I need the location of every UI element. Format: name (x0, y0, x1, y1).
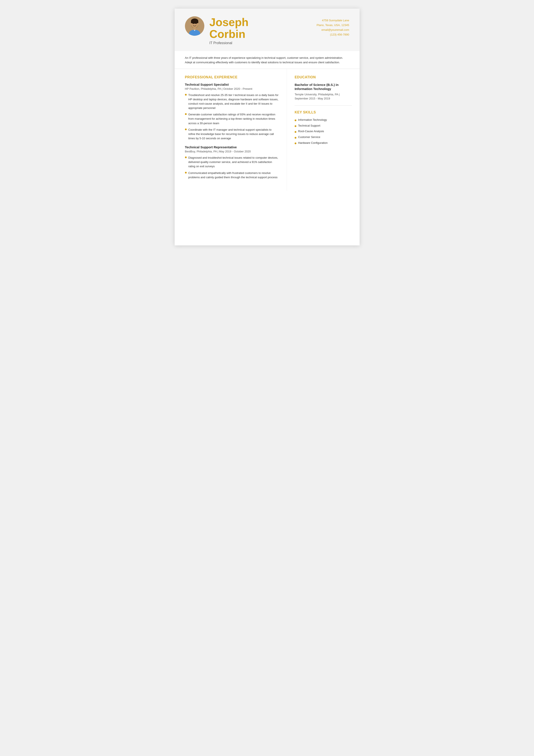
summary-section: An IT professional with three years of e… (175, 51, 360, 69)
job2-title: Technical Support Representative (185, 145, 279, 149)
resume-document: Joseph Corbin IT Professional 4759 Sunny… (175, 9, 360, 245)
job1-bullet2: Generate customer satisfaction ratings o… (185, 112, 279, 125)
bullet-dot (294, 120, 296, 121)
job2-bullets: Diagnosed and troubleshot technical issu… (185, 156, 279, 179)
job1-meta: HP Pavilion, Philadelphia, PA | October … (185, 87, 279, 91)
skill-hc: Hardware Configuration (298, 141, 328, 145)
experience-section-title: PROFESSIONAL EXPERIENCE (185, 75, 279, 79)
right-column: EDUCATION Bachelor of Science (B.S.) in … (287, 69, 360, 191)
address-line1: 4759 Sunnydale Lane (317, 18, 349, 23)
skill-item: Customer Service (294, 135, 352, 140)
contact-info: 4759 Sunnydale Lane Plano, Texas, USA, 1… (317, 16, 349, 37)
skill-it: Information Technology (298, 118, 327, 122)
degree-title: Bachelor of Science (B.S.) in Informatio… (294, 83, 352, 91)
email: email@youremail.com (317, 28, 349, 32)
bullet-dot (185, 94, 187, 95)
skill-item: Hardware Configuration (294, 141, 352, 145)
body-section: PROFESSIONAL EXPERIENCE Technical Suppor… (175, 69, 360, 191)
education-section-title: EDUCATION (294, 75, 352, 79)
job1-bullet3: Coordinate with the IT manager and techn… (185, 128, 279, 141)
header-left: Joseph Corbin IT Professional (185, 16, 249, 45)
skills-list: Information Technology Technical Support… (294, 118, 352, 145)
job2-meta: BestBuy, Philadelphia, PA | May 2019 - O… (185, 150, 279, 153)
phone: (123) 456-7890 (317, 32, 349, 37)
skill-ts: Technical Support (298, 123, 320, 128)
candidate-name: Joseph Corbin (210, 16, 249, 40)
job-title: IT Professional (210, 41, 249, 45)
job2-bullet2: Communicated empathetically with frustra… (185, 171, 279, 179)
header-section: Joseph Corbin IT Professional 4759 Sunny… (175, 9, 360, 51)
bullet-dot (185, 113, 187, 115)
left-column: PROFESSIONAL EXPERIENCE Technical Suppor… (175, 69, 287, 191)
bullet-dot (294, 125, 296, 127)
job1-title: Technical Support Specialist (185, 83, 279, 86)
avatar (185, 16, 204, 36)
name-title-block: Joseph Corbin IT Professional (210, 16, 249, 45)
job2-bullet1: Diagnosed and troubleshot technical issu… (185, 156, 279, 169)
job1-bullet1: Troubleshoot and resolve 25-35 tier I te… (185, 93, 279, 110)
summary-text: An IT professional with three years of e… (185, 56, 343, 64)
svg-rect-4 (191, 21, 198, 23)
svg-point-11 (197, 23, 199, 25)
bullet-dot (294, 143, 296, 144)
institution-dates: Temple University, Philadelphia, PA |Sep… (294, 92, 352, 101)
bullet-dot (185, 156, 187, 158)
bullet-dot (294, 137, 296, 139)
bullet-dot (185, 128, 187, 130)
svg-point-8 (192, 23, 193, 24)
skill-cs: Customer Service (298, 135, 320, 140)
bullet-dot (185, 172, 187, 174)
divider (294, 105, 352, 106)
svg-point-10 (191, 23, 192, 25)
skill-item: Information Technology (294, 118, 352, 122)
last-name: Corbin (210, 28, 245, 40)
first-name: Joseph (210, 16, 249, 28)
skill-rca: Root-Cause Analysis (298, 129, 324, 134)
address-line2: Plano, Texas, USA, 12345 (317, 23, 349, 28)
skills-section-title: KEY SKILLS (294, 110, 352, 114)
svg-rect-7 (193, 28, 196, 30)
skill-item: Technical Support (294, 123, 352, 128)
skill-item: Root-Cause Analysis (294, 129, 352, 134)
svg-point-9 (195, 23, 196, 24)
bullet-dot (294, 131, 296, 133)
job1-bullets: Troubleshoot and resolve 25-35 tier I te… (185, 93, 279, 141)
